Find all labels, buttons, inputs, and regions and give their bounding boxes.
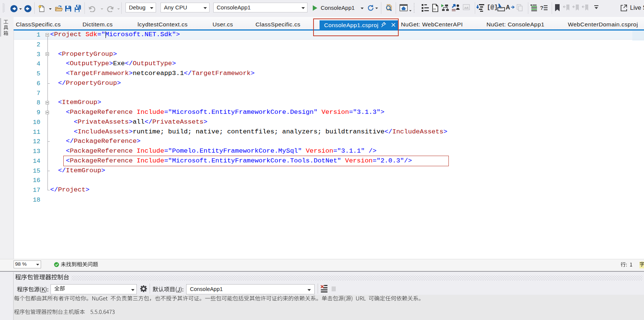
svg-text:?: ? — [540, 5, 543, 11]
